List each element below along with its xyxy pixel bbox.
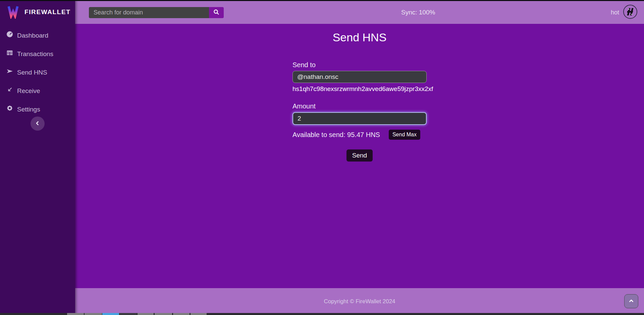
- sidebar-nav: Dashboard Transactions: [0, 26, 75, 119]
- sidebar-collapse-button[interactable]: [31, 117, 45, 131]
- send-to-label: Send to: [292, 61, 427, 69]
- handshake-logo-icon: [623, 4, 638, 20]
- chevron-up-icon: [628, 297, 635, 306]
- taskbar-segment[interactable]: [138, 313, 154, 315]
- main-column: Sync: 100% hot: [75, 0, 644, 315]
- sidebar-item-label: Send HNS: [17, 68, 47, 77]
- sidebar-item-label: Transactions: [17, 50, 53, 58]
- domain-search: [89, 7, 224, 18]
- sidebar: FIREWALLET Dashboard: [0, 0, 75, 315]
- taskbar-segment[interactable]: [173, 313, 190, 315]
- app-window: FIREWALLET Dashboard: [0, 0, 644, 315]
- taskbar-segment[interactable]: [191, 313, 207, 315]
- firewallet-logo-icon: [6, 4, 20, 20]
- taskbar-segment[interactable]: [119, 313, 137, 315]
- wallet-name: hot: [611, 9, 619, 16]
- available-row: Available to send: 95.47 HNS Send Max: [292, 130, 427, 140]
- page-title: Send HNS: [333, 31, 387, 44]
- search-icon: [213, 9, 219, 16]
- sidebar-item-transactions[interactable]: Transactions: [0, 45, 75, 63]
- copyright-text: Copyright © FireWallet 2024: [324, 298, 395, 305]
- dashboard-gauge-icon: [6, 31, 13, 40]
- wallet-selector[interactable]: hot: [611, 4, 638, 20]
- table-icon: [6, 49, 13, 59]
- sidebar-item-label: Settings: [17, 105, 40, 114]
- arrow-down-left-icon: [6, 86, 13, 96]
- taskbar-segment[interactable]: [85, 313, 102, 315]
- sidebar-item-send-hns[interactable]: Send HNS: [0, 63, 75, 82]
- brand: FIREWALLET: [0, 0, 75, 20]
- amount-label: Amount: [292, 102, 427, 110]
- available-balance-text: Available to send: 95.47 HNS: [292, 131, 380, 139]
- send-page: Send HNS Send to hs1qh7c98nexsrzwrmnh2av…: [75, 24, 644, 288]
- sidebar-item-label: Receive: [17, 87, 40, 95]
- amount-input[interactable]: [292, 112, 427, 125]
- resolved-address: hs1qh7c98nexsrzwrmnh2avved6awe59jzpr3xx2…: [292, 85, 427, 93]
- taskbar-segment[interactable]: [67, 313, 84, 315]
- taskbar-segment[interactable]: [155, 313, 172, 315]
- scroll-to-top-button[interactable]: [624, 294, 638, 308]
- brand-name: FIREWALLET: [24, 8, 70, 16]
- sidebar-item-label: Dashboard: [17, 31, 48, 40]
- sidebar-item-receive[interactable]: Receive: [0, 82, 75, 100]
- search-button[interactable]: [209, 7, 224, 18]
- topbar: Sync: 100% hot: [75, 0, 644, 24]
- footer: Copyright © FireWallet 2024: [75, 288, 644, 315]
- send-to-input[interactable]: [292, 71, 427, 83]
- chevron-left-icon: [34, 120, 41, 128]
- taskbar-strip: [0, 313, 644, 315]
- send-button[interactable]: Send: [346, 149, 373, 162]
- search-input[interactable]: [89, 7, 209, 18]
- send-plane-icon: [6, 68, 13, 77]
- sync-status: Sync: 100%: [401, 9, 435, 16]
- send-max-button[interactable]: Send Max: [389, 130, 420, 140]
- send-form: Send to hs1qh7c98nexsrzwrmnh2avved6awe59…: [292, 61, 427, 162]
- taskbar-segment-active[interactable]: [102, 313, 119, 315]
- window-top-edge: [0, 0, 644, 1]
- sidebar-item-dashboard[interactable]: Dashboard: [0, 26, 75, 45]
- gear-icon: [6, 104, 13, 114]
- sidebar-item-settings[interactable]: Settings: [0, 100, 75, 119]
